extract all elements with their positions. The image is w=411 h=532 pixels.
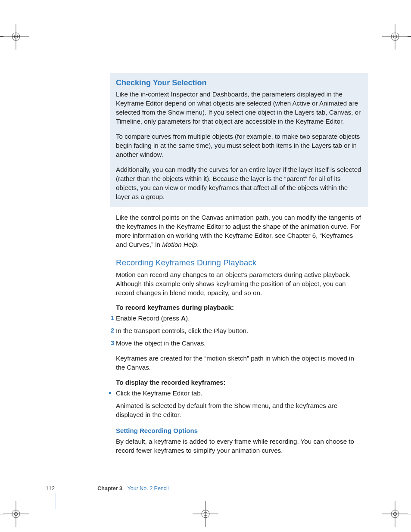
step-item: 3 Move the object in the Canvas.: [116, 339, 362, 352]
body-text: .: [197, 241, 199, 248]
step-number: 2: [106, 327, 114, 335]
page-number: 112: [46, 485, 55, 492]
step-item: 2 In the transport controls, click the P…: [116, 327, 362, 339]
callout-paragraph: Additionally, you can modify the curves …: [116, 165, 362, 202]
bullet-list: Click the Keyframe Editor tab.: [116, 389, 362, 398]
crop-tick: [408, 514, 411, 514]
subsection-heading: Setting Recording Options: [116, 426, 362, 436]
section-heading: Recording Keyframes During Playback: [116, 257, 362, 268]
registration-mark-icon: [193, 501, 218, 527]
callout-paragraph: To compare curves from multiple objects …: [116, 132, 362, 159]
callout-heading: Checking Your Selection: [116, 78, 362, 88]
step-text: Enable Record (press A).: [116, 314, 190, 322]
page-footer: 112 Chapter 3 Your No. 2 Pencil: [46, 485, 169, 492]
body-paragraph: Animated is selected by default from the…: [116, 401, 362, 420]
step-item: 1 Enable Record (press A).: [116, 314, 362, 327]
crop-tick: [0, 514, 3, 514]
registration-mark-icon: [382, 24, 408, 50]
step-number: 1: [106, 314, 114, 322]
howto-title: To record keyframes during playback:: [116, 303, 362, 312]
page-content: Checking Your Selection Like the in-cont…: [116, 73, 362, 461]
registration-mark-icon: [3, 501, 29, 527]
body-paragraph: Keyframes are created for the “motion sk…: [116, 354, 362, 372]
howto-title: To display the recorded keyframes:: [116, 378, 362, 387]
step-list: 1 Enable Record (press A). 2 In the tran…: [116, 314, 362, 352]
step-number: 3: [106, 339, 114, 347]
body-paragraph: By default, a keyframe is added to every…: [116, 437, 362, 455]
body-text: Like the control points on the Canvas an…: [116, 214, 361, 248]
crop-tick: [408, 36, 411, 37]
crop-tick: [0, 36, 3, 37]
callout-paragraph: Like the in-context Inspector and Dashbo…: [116, 90, 362, 126]
chapter-label: Chapter 3: [97, 485, 122, 492]
body-paragraph: Like the control points on the Canvas an…: [116, 213, 362, 249]
callout-box: Checking Your Selection Like the in-cont…: [110, 73, 368, 207]
chapter-title: Your No. 2 Pencil: [127, 485, 168, 492]
reference-title: Motion Help: [162, 241, 197, 248]
registration-mark-icon: [382, 501, 408, 527]
step-text: Move the object in the Canvas.: [116, 339, 206, 347]
margin-rule: [56, 493, 56, 509]
bullet-text: Click the Keyframe Editor tab.: [116, 389, 202, 397]
registration-mark-icon: [3, 24, 29, 50]
step-text: In the transport controls, click the Pla…: [116, 327, 248, 334]
section-lead: Motion can record any changes to an obje…: [116, 271, 362, 298]
bullet-item: Click the Keyframe Editor tab.: [116, 389, 362, 398]
